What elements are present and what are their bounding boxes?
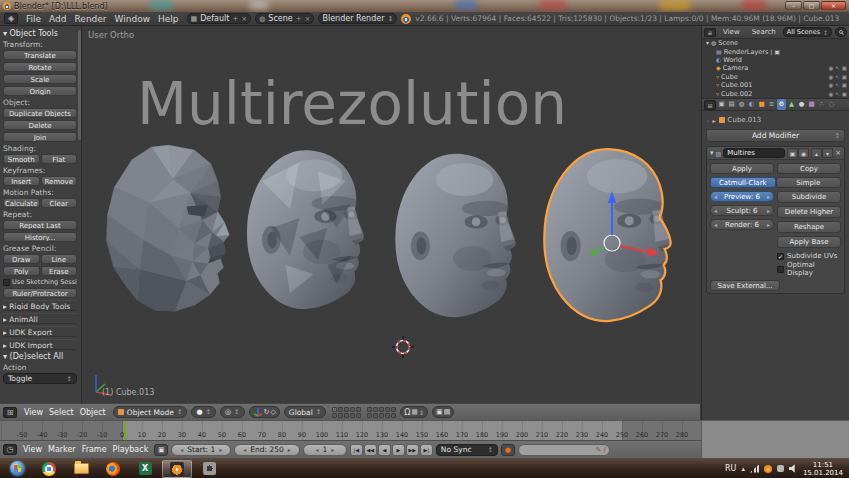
layer-cell[interactable] xyxy=(344,413,349,418)
deselect-panel-title[interactable]: ▾ (De)select All xyxy=(3,352,77,361)
remove-button[interactable]: Remove xyxy=(41,176,78,186)
layer-cell[interactable] xyxy=(373,407,378,412)
expand-icon[interactable]: ▾ xyxy=(710,149,714,157)
menu-search[interactable]: Search xyxy=(748,28,780,36)
render-icon[interactable]: ▣ xyxy=(842,65,847,71)
layer-grid-2[interactable] xyxy=(367,407,396,418)
magnet-icon[interactable]: Ω xyxy=(404,408,410,417)
render-icon[interactable]: ▣ xyxy=(842,91,847,97)
render-icon[interactable]: ▣ xyxy=(842,82,847,88)
language-indicator[interactable]: RU xyxy=(725,464,736,473)
sculpt-slider[interactable]: ◂Sculpt: 6▸ xyxy=(710,205,774,216)
menu-view[interactable]: View xyxy=(21,408,46,417)
pin-icon[interactable]: ◦ xyxy=(706,117,710,124)
origin-button[interactable]: Origin xyxy=(3,86,77,96)
move-down-button[interactable]: ▾ xyxy=(822,148,833,158)
copy-button[interactable]: Copy xyxy=(777,163,841,174)
prev-keyframe-button[interactable]: ◀◀ xyxy=(364,444,377,456)
action-dropdown[interactable]: Toggle ↕ xyxy=(3,373,77,384)
scene-selector[interactable]: ◍ Scene + × xyxy=(255,13,314,24)
checkbox-box[interactable] xyxy=(777,266,784,273)
visibility-icon[interactable]: ◉ xyxy=(828,65,833,71)
render-engine-selector[interactable]: Blender Render ↕ xyxy=(318,13,397,24)
visibility-icon[interactable]: ◉ xyxy=(828,74,833,80)
layer-cell[interactable] xyxy=(379,407,384,412)
delete-modifier-icon[interactable]: × xyxy=(835,149,841,157)
object-tools-panel-title[interactable]: ▾ Object Tools xyxy=(3,29,77,38)
tab-physics[interactable]: ◌ xyxy=(827,99,836,110)
tab-object[interactable]: ■ xyxy=(757,99,766,110)
insert-key-icon[interactable]: ✎ xyxy=(596,446,602,454)
mode-dropdown[interactable]: Object Mode ↕ xyxy=(113,406,188,418)
editor-type-icon[interactable]: ◈ xyxy=(4,13,18,24)
menu-select[interactable]: Select xyxy=(46,408,77,417)
checkbox-optimal-display[interactable]: Optimal Display xyxy=(777,264,841,274)
scale-manipulator-icon[interactable]: ◇ xyxy=(270,408,275,416)
apply-button[interactable]: Apply xyxy=(710,163,774,174)
tool-shelf-scrollbar[interactable] xyxy=(78,30,81,140)
sync-dropdown[interactable]: No Sync ↕ xyxy=(436,444,498,456)
frame-start-field[interactable]: ◂Start: 1▸ xyxy=(171,444,231,456)
add-layout-button[interactable]: + xyxy=(232,15,238,23)
layer-cell[interactable] xyxy=(344,407,349,412)
editor-type-icon[interactable]: ⊞ xyxy=(704,100,716,110)
snap-controls[interactable]: Ω ▦↕ xyxy=(400,406,428,418)
layer-cell[interactable] xyxy=(385,407,390,412)
display-filter-dropdown[interactable]: All Scenes ↕ xyxy=(783,27,832,37)
outliner-row-cube[interactable]: ▿Cube◉↖▣ xyxy=(702,73,849,81)
timeline-canvas[interactable]: -50-40-30-20-100102030405060708090100110… xyxy=(0,420,701,440)
visibility-icon[interactable]: ◉ xyxy=(828,82,833,88)
layer-cell[interactable] xyxy=(356,413,361,418)
tab-object-data[interactable]: ▲ xyxy=(787,99,796,110)
tab-scene[interactable]: ◍ xyxy=(737,99,746,110)
taskbar-excel-icon[interactable]: X xyxy=(130,460,160,478)
update-tray-icon[interactable] xyxy=(777,465,784,472)
scale-button[interactable]: Scale xyxy=(3,74,77,84)
translate-manipulator-icon[interactable] xyxy=(253,407,263,417)
taskbar-media-icon[interactable] xyxy=(194,460,224,478)
editor-type-icon[interactable]: ◷ xyxy=(3,444,17,455)
search-input[interactable] xyxy=(835,27,847,37)
menu-help[interactable]: Help xyxy=(154,14,183,24)
subdivide-button[interactable]: Subdivide xyxy=(777,191,841,203)
layer-cell[interactable] xyxy=(332,407,337,412)
tab-particles[interactable]: ∴ xyxy=(817,99,826,110)
tab-render-layers[interactable]: ▤ xyxy=(727,99,736,110)
time-cursor-button[interactable]: ▣ xyxy=(154,444,168,456)
flat-button[interactable]: Flat xyxy=(41,154,78,164)
render-anim-icon[interactable]: ▤ xyxy=(444,408,451,416)
blender-tray-icon[interactable] xyxy=(764,465,772,473)
outliner-row-world[interactable]: ◐World xyxy=(702,56,849,64)
screen-layout-selector[interactable]: ▦ Default + × xyxy=(187,13,252,24)
layer-cell[interactable] xyxy=(379,413,384,418)
head-model-level3[interactable] xyxy=(382,146,526,340)
select-icon[interactable]: ↖ xyxy=(835,74,840,80)
duplicate-objects-button[interactable]: Duplicate Objects xyxy=(3,108,77,118)
pivot-dropdown[interactable]: ◎ ↕ xyxy=(220,406,245,418)
checkbox-box[interactable]: ✓ xyxy=(777,253,784,260)
layer-cell[interactable] xyxy=(338,407,343,412)
delete-higher-button[interactable]: Delete Higher xyxy=(777,206,841,218)
jump-end-button[interactable]: ▶| xyxy=(420,444,433,456)
layer-cell[interactable] xyxy=(391,413,396,418)
visibility-icon[interactable]: ◉ xyxy=(828,91,833,97)
record-button[interactable]: ● xyxy=(501,444,515,456)
apply-base-button[interactable]: Apply Base xyxy=(777,236,841,248)
rotate-button[interactable]: Rotate xyxy=(3,62,77,72)
outliner-row-camera[interactable]: ◆Camera◉↖▣ xyxy=(702,64,849,72)
erase-button[interactable]: Erase xyxy=(41,266,78,276)
viewport-3d[interactable]: Multirezolution User Ortho xyxy=(82,26,700,403)
editor-type-icon[interactable]: ⊞ xyxy=(3,407,17,418)
insert-button[interactable]: Insert xyxy=(3,176,40,186)
hidden-icons-arrow[interactable]: ▴ xyxy=(741,465,745,473)
render-slider[interactable]: ◂Render: 6▸ xyxy=(710,219,774,230)
taskbar-start-button[interactable] xyxy=(2,460,32,478)
checkbox-subdivide-uvs[interactable]: ✓Subdivide UVs xyxy=(777,251,841,261)
taskbar-clock[interactable]: 11:51 15.01.2014 xyxy=(803,461,843,477)
menu-file[interactable]: File xyxy=(22,14,45,24)
taskbar-firefox-icon[interactable] xyxy=(98,460,128,478)
repeat-last-button[interactable]: Repeat Last xyxy=(3,220,77,230)
layer-cell[interactable] xyxy=(356,407,361,412)
layer-cell[interactable] xyxy=(373,413,378,418)
remove-layout-button[interactable]: × xyxy=(241,15,247,23)
